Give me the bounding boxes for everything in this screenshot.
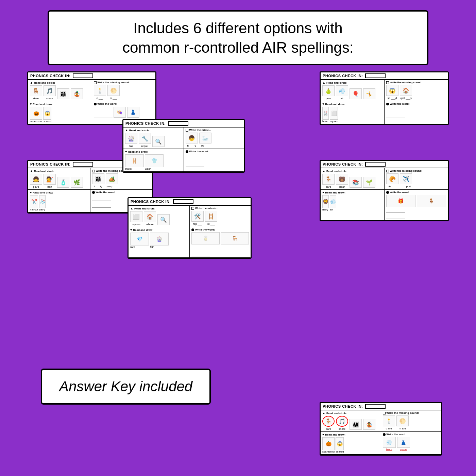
word-item-extra1: 👨‍👩‍👧 — [57, 88, 69, 100]
word-item-balloon: 🎈 — [350, 88, 362, 100]
word-item-glare: 👧 glare — [30, 174, 42, 188]
card-3-draw: ♥ Read and draw: 🪜 stairs 👕 wear — [123, 149, 184, 171]
card-5-bottom-row: ♥ Read and draw: 🦁 hairy 💨 air Write the… — [321, 190, 448, 220]
heart-icon-5: ♥ — [322, 191, 324, 194]
circle-icon-4 — [92, 191, 95, 194]
write-image-1: 👒 — [114, 107, 126, 118]
word-item-fair: 🎡 fair — [125, 133, 137, 148]
care-image: 🪑 — [322, 174, 335, 185]
card-5-top-row: ▲ Read and circle: 🪑 care 🐻 bear 📚 🌱 — [321, 168, 448, 190]
hair-image: 💇 — [44, 174, 56, 185]
circle-icon-5 — [386, 191, 389, 194]
card-6-top-row: ▲ Read and circle: ⬜ square 🏠 where 🔍 — [129, 206, 251, 227]
blank-st: 🪜 st ___ — [205, 211, 217, 225]
card-6-write-missing: Write the missin... 🛠️ rep ___ 🪜 st ___ — [190, 206, 251, 227]
card-2-bottom-row: ♥ Read and draw: 🐰 hare ⬜ square Write t… — [321, 101, 448, 124]
answer-card-draw-label: ♥ Read and draw: — [322, 433, 379, 436]
answer-card-read-label: ▲ Read and circle: — [322, 411, 379, 415]
card-1-read-circle: ▲ Read and circle: 🪑 dare 🎵 snare 👨‍👩‍👧 … — [28, 80, 92, 101]
heart-icon-6: ♥ — [130, 228, 132, 232]
circle-icon-6 — [191, 228, 194, 231]
card-3-bottom-row: ♥ Read and draw: 🪜 stairs 👕 wear Write t… — [123, 149, 244, 172]
write-line-2 — [94, 113, 113, 118]
card-3-header: PHONICS CHECK IN: — [123, 120, 244, 128]
extra-4b-image: 🌿 — [71, 177, 83, 188]
answer-card-title: PHONICS CHECK IN: — [323, 404, 363, 408]
card-1-name-box — [73, 73, 93, 78]
write-line-9 — [386, 208, 405, 213]
card-2-word-images: 🍐 pear 💨 air 🎈 🤸 — [322, 85, 382, 100]
blank-port: ✈️ ___ port — [400, 173, 412, 188]
card-2-top-row: ▲ Read and circle: 🍐 pear 💨 air 🎈 🤸 — [321, 80, 448, 101]
card-1-word-images: 🪑 dare 🎵 snare 👨‍👩‍👧 🤹 — [30, 85, 90, 100]
ans-write-item-2: 👗 spare — [397, 437, 410, 451]
card-3-blanks: 👦 h ___ y 🦢 sw ___ — [186, 133, 242, 147]
card-6-blanks: 🛠️ rep ___ 🪜 st ___ — [191, 211, 249, 225]
word-item-air: 💨 air — [336, 85, 348, 100]
triangle-icon: ▲ — [30, 81, 33, 84]
word-item-bear: 🐻 bear — [336, 174, 348, 188]
square-image: ⬜ — [130, 211, 142, 222]
answer-card-write-missing: Write the missing sound: 🕯️ c are 🌕 m ar… — [381, 410, 441, 431]
write-line-11 — [191, 245, 210, 250]
write-line-12 — [191, 252, 210, 256]
heart-icon-4: ♥ — [30, 191, 32, 194]
ans-m-image: 🌕 — [396, 415, 409, 426]
card-1-write-label: Write the missing sound: — [94, 81, 154, 84]
ans-snare-image: 🎵 — [336, 416, 348, 427]
write-line-10 — [386, 214, 405, 219]
card-5-blanks: 🥐 th ___ ✈️ ___ port — [386, 173, 446, 188]
triangle-icon-ans: ▲ — [322, 411, 325, 415]
extra-5b-image: 🌱 — [363, 177, 375, 188]
card-6-header: PHONICS CHECK IN: — [129, 198, 251, 206]
word-item-pear: 🍐 pear — [322, 85, 335, 100]
card-1-blank-words: 🕯️ c ___ 🌕 m ___ — [94, 85, 154, 100]
ans-extra2-image: 🤹 — [363, 419, 375, 430]
extra-4a-image: 🧴 — [57, 177, 69, 188]
blank-sc-d: 😱 sc ___d — [386, 85, 398, 100]
word-item-snare: 🎵 snare — [44, 85, 56, 100]
card-2-write-word-label: Write the word: — [386, 102, 446, 105]
heart-icon: ♥ — [30, 102, 32, 106]
write-image-2: 👗 — [127, 107, 139, 118]
card-6-write-word: Write the word: 🥛 🪑 — [190, 227, 251, 257]
card-4-word-images: 👧 glare 💇 hair 🧴 🌿 — [30, 174, 88, 188]
dare-image: 🪑 — [30, 85, 42, 96]
card-6-draw-label: ♥ Read and draw: — [130, 228, 188, 232]
write-image-4: 🪑 — [417, 195, 446, 207]
comp-image: 🏕️ — [106, 173, 118, 184]
triangle-icon-6: ▲ — [130, 207, 133, 210]
draw-box-square: ⬜ square — [330, 107, 338, 123]
write-line-8 — [92, 203, 111, 208]
card-3-draw-label: ♥ Read and draw: — [125, 150, 182, 153]
card-5-write-word: Write the word: 🎁 🪑 — [385, 190, 448, 220]
answer-extra-2: 🤹 — [363, 419, 375, 430]
blank-comp: 🏕️ comp ___ — [106, 173, 118, 188]
card-2-draw: ♥ Read and draw: 🐰 hare ⬜ square — [321, 101, 385, 124]
card-3-top-row: ▲ Read and circle: 🎡 fair 🔧 repair 🔍 — [123, 128, 244, 149]
balloon-image: 🎈 — [350, 88, 362, 99]
card-5-title: PHONICS CHECK IN: — [323, 162, 363, 166]
card-1-read-label: ▲ Read and circle: — [30, 81, 90, 84]
card-2-draw-label: ♥ Read and draw: — [322, 102, 382, 106]
card-3-write-word-label: Write the word: — [186, 150, 242, 153]
sw-image: 🦢 — [199, 133, 211, 143]
card-3-write-word: Write the word: — [184, 149, 244, 171]
title-box: Includes 6 different options with common… — [48, 10, 428, 65]
card-3-title: PHONICS CHECK IN: — [125, 121, 166, 125]
snare-image: 🎵 — [44, 85, 56, 96]
card-4-blanks: 👨‍👩‍👧 f ___ly 🏕️ comp ___ — [92, 173, 151, 188]
st-image: 🪜 — [205, 211, 217, 222]
card-2-header: PHONICS CHECK IN: — [321, 72, 448, 80]
answer-card-write-word-label: Write the word: — [383, 433, 440, 436]
card-1-write-word-label: Write the word: — [94, 102, 154, 105]
extra2-image: 🤹 — [71, 88, 83, 99]
word-item-square: ⬜ square — [130, 211, 142, 226]
word-item-extra-4b: 🌿 — [71, 177, 83, 188]
answer-card-word-images: 🪑 dare 🎵 snare 👨‍👩‍👧 🤹 — [322, 416, 379, 430]
answer-card-read-circle: ▲ Read and circle: 🪑 dare 🎵 snare 👨‍👩‍👧 … — [321, 410, 381, 431]
worksheet-card-1: PHONICS CHECK IN: ▲ Read and circle: 🪑 d… — [27, 71, 156, 125]
answer-word-dare: 🪑 dare — [322, 416, 335, 430]
draw-box-stairs: 🪜 stairs — [125, 154, 144, 170]
card-3-write-label: Write the missi... — [186, 129, 242, 132]
